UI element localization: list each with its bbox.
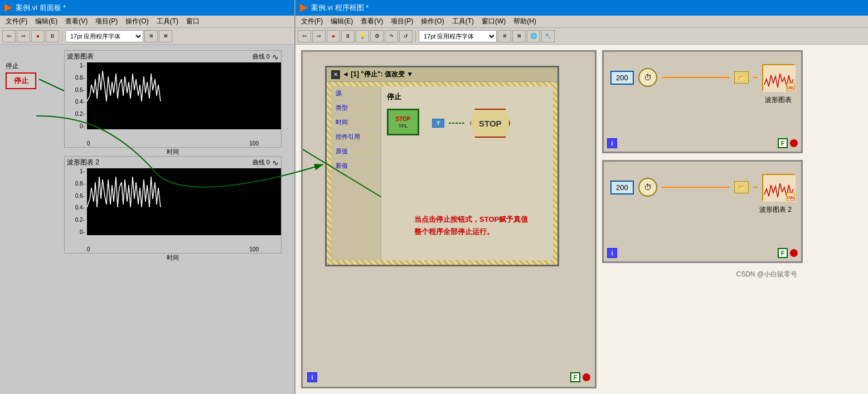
bd-info-indicator: i bbox=[307, 372, 317, 382]
run-icon bbox=[4, 4, 12, 12]
curve2-icon: ∿ bbox=[272, 158, 279, 167]
red-dot-indicator bbox=[583, 373, 590, 381]
bd-step2-btn[interactable]: ↺ bbox=[399, 30, 413, 42]
event-struct-title: ✕ ◄ [1] "停止": 值改变 ▼ bbox=[327, 67, 557, 82]
bd-run-btn[interactable]: ● bbox=[327, 30, 340, 42]
bd-bottom-right: F bbox=[570, 372, 590, 382]
stop-button-area: 停止 停止 bbox=[6, 61, 36, 89]
bd-fwd-btn[interactable]: ⇨ bbox=[312, 30, 326, 42]
front-panel-content: 停止 停止 波形图表 曲线 0 ∿ bbox=[0, 45, 294, 394]
front-panel-menubar: 文件(F) 编辑(E) 查看(V) 项目(P) 操作(O) 工具(T) 窗口 bbox=[0, 16, 294, 28]
bd-sep1 bbox=[415, 31, 416, 42]
stop-btn-green[interactable]: STOP TFL bbox=[387, 109, 419, 135]
event-item-ref[interactable]: 控件引用 bbox=[331, 130, 381, 144]
sd2-wform-icon: DBL bbox=[762, 174, 794, 201]
sd1-info: i bbox=[607, 138, 617, 148]
bd-dist-btn[interactable]: ⊠ bbox=[512, 30, 526, 42]
bd-menu-project[interactable]: 项目(P) bbox=[387, 16, 416, 27]
comment-annotation: 当点击停止按钮式，STOP赋予真值 整个程序全部停止运行。 bbox=[414, 213, 528, 238]
back-btn[interactable]: ⇦ bbox=[2, 30, 16, 42]
curve1-icon: ∿ bbox=[272, 52, 279, 61]
front-panel-toolbar: ⇦ ⇨ ● ⏸ 17pt 应用程序字体 ⊞ ⊠ bbox=[0, 28, 294, 45]
event-item-new[interactable]: 新值 bbox=[331, 159, 381, 173]
curve2-label: 曲线 0 bbox=[253, 158, 270, 167]
chart2-yaxis: 1- 0.8- 0.6- 0.4- 0.2- 0- bbox=[65, 168, 87, 246]
chart1-xaxis: 0 100 bbox=[65, 140, 281, 148]
menu-view[interactable]: 查看(V) bbox=[62, 16, 91, 27]
menu-tools[interactable]: 工具(T) bbox=[153, 16, 182, 27]
align-btn[interactable]: ⊞ bbox=[144, 30, 158, 42]
event-struct-label: ◄ [1] "停止": 值改变 ▼ bbox=[342, 70, 413, 79]
bd-content: ✕ ◄ [1] "停止": 值改变 ▼ 源 类型 时间 bbox=[295, 45, 868, 394]
stop-label: 停止 bbox=[6, 61, 36, 71]
sd2-red-dot bbox=[790, 249, 798, 257]
menu-project[interactable]: 项目(P) bbox=[92, 16, 121, 27]
fwd-btn[interactable]: ⇨ bbox=[17, 30, 30, 42]
chart2-plot bbox=[87, 168, 281, 235]
chart2-title: 波形图表 2 bbox=[67, 158, 99, 167]
bd-pause-btn[interactable]: ⏸ bbox=[341, 30, 355, 42]
pause-btn[interactable]: ⏸ bbox=[46, 30, 59, 42]
sep1 bbox=[62, 31, 62, 42]
sd2-wform-svg: DBL bbox=[763, 175, 796, 202]
bd-menu-file[interactable]: 文件(F) bbox=[298, 16, 326, 27]
waveform1-svg bbox=[87, 62, 281, 129]
event-list: 源 类型 时间 控件引用 原值 新值 bbox=[331, 86, 381, 260]
sd1-wform-icon: DBL bbox=[762, 64, 794, 91]
run-btn[interactable]: ● bbox=[31, 30, 45, 42]
bd-align-btn[interactable]: ⊞ bbox=[498, 30, 511, 42]
dist-btn[interactable]: ⊠ bbox=[159, 30, 172, 42]
chart1-title: 波形图表 bbox=[67, 52, 94, 61]
bd-font-selector[interactable]: 17pt 应用程序字体 bbox=[419, 30, 497, 42]
event-stop-label: 停止 bbox=[387, 92, 547, 102]
bd-extra1-btn[interactable]: 🌐 bbox=[527, 30, 540, 42]
menu-operate[interactable]: 操作(O) bbox=[122, 16, 152, 27]
bd-menu-tools[interactable]: 工具(T) bbox=[449, 16, 477, 27]
bd-menu-window[interactable]: 窗口(W) bbox=[478, 16, 509, 27]
bd-back-btn[interactable]: ⇦ bbox=[298, 30, 311, 42]
bool-stop-row: T STOP bbox=[432, 109, 510, 138]
bd-step-btn[interactable]: ↷ bbox=[385, 30, 398, 42]
event-close-btn[interactable]: ✕ bbox=[331, 70, 340, 79]
chart2-curve-selector[interactable]: 曲线 0 ∿ bbox=[253, 158, 279, 167]
info-icon: i bbox=[307, 372, 317, 382]
event-item-old[interactable]: 原值 bbox=[331, 144, 381, 159]
sd1-bottom-right: F bbox=[778, 138, 798, 148]
bd-toolbar: ⇦ ⇨ ● ⏸ 💡 ⚙ ↷ ↺ 17pt 应用程序字体 ⊞ ⊠ 🌐 🔧 bbox=[295, 28, 868, 45]
bd-menu-help[interactable]: 帮助(H) bbox=[510, 16, 540, 27]
dashed-connector bbox=[449, 123, 465, 124]
sd2-info-icon: i bbox=[607, 248, 617, 258]
svg-text:DBL: DBL bbox=[787, 196, 795, 200]
event-item-source[interactable]: 源 bbox=[331, 86, 381, 101]
menu-window[interactable]: 窗口 bbox=[183, 16, 203, 27]
chart2-body: 1- 0.8- 0.6- 0.4- 0.2- 0- bbox=[65, 168, 281, 246]
front-panel-titlebar: 案例.vi 前面板 * bbox=[0, 0, 294, 16]
event-item-type[interactable]: 类型 bbox=[331, 101, 381, 115]
sd1-green-f: F bbox=[778, 138, 788, 148]
bd-gear-btn[interactable]: ⚙ bbox=[370, 30, 384, 42]
stop-hexagon: STOP bbox=[470, 109, 510, 138]
menu-edit[interactable]: 编辑(E) bbox=[32, 16, 61, 27]
bd-extra2-btn[interactable]: 🔧 bbox=[541, 30, 555, 42]
bd-menu-operate[interactable]: 操作(O) bbox=[418, 16, 447, 27]
chart1-curve-selector[interactable]: 曲线 0 ∿ bbox=[253, 52, 279, 61]
curve1-label: 曲线 0 bbox=[253, 52, 270, 61]
block-diagram-panel: 案例.vi 程序框图 * 文件(F) 编辑(E) 查看(V) 项目(P) 操作(… bbox=[295, 0, 868, 394]
chart2-xaxis: 0 100 bbox=[65, 246, 281, 254]
font-selector[interactable]: 17pt 应用程序字体 bbox=[65, 30, 143, 42]
chart2-xlabel: 时间 bbox=[65, 254, 281, 262]
chart1-body: 1- 0.8- 0.6- 0.4- 0.2- 0- bbox=[65, 62, 281, 140]
stop-button[interactable]: 停止 bbox=[6, 72, 36, 89]
bd-bulb-btn[interactable]: 💡 bbox=[356, 30, 369, 42]
green-f-icon: F bbox=[570, 372, 580, 382]
bd-run-icon bbox=[300, 4, 308, 12]
chart1-yaxis: 1- 0.8- 0.6- 0.4- 0.2- 0- bbox=[65, 62, 87, 140]
small-diagram-2: 200 ⏱ 📂 DBL bbox=[602, 160, 803, 263]
menu-file[interactable]: 文件(F) bbox=[2, 16, 31, 27]
bd-menu-view[interactable]: 查看(V) bbox=[357, 16, 386, 27]
bd-menu-edit[interactable]: 编辑(E) bbox=[327, 16, 356, 27]
front-panel: 案例.vi 前面板 * 文件(F) 编辑(E) 查看(V) 项目(P) 操作(O… bbox=[0, 0, 295, 394]
event-item-time[interactable]: 时间 bbox=[331, 115, 381, 130]
chart1-plot bbox=[87, 62, 281, 129]
svg-text:DBL: DBL bbox=[787, 86, 795, 90]
